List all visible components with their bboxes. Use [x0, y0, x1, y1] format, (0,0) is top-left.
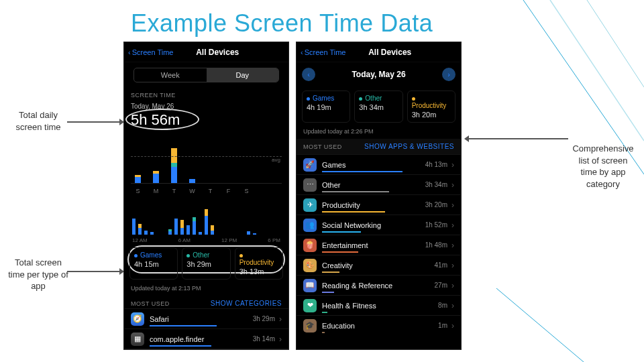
- cat-productivity[interactable]: Productivity3h 13m: [235, 247, 283, 280]
- chevron-left-icon: ‹: [128, 48, 131, 56]
- chevron-left-icon: ‹: [301, 48, 303, 56]
- category-list: 🚀Games4h 13m› ⋯Other3h 34m› ✈Productivit…: [297, 154, 461, 335]
- svg-line-1: [550, 0, 644, 141]
- slide-title: Example Screen Time Data: [131, 9, 433, 38]
- seg-week[interactable]: Week: [134, 68, 207, 82]
- most-used-header: MOST USED SHOW CATEGORIES: [124, 296, 288, 308]
- list-item[interactable]: ✈Productivity3h 20m›: [297, 194, 461, 215]
- most-used-list: 🧭Safari3h 29m› ▦com.apple.finder3h 14m› …: [124, 308, 288, 350]
- annotation-category-list: Comprehensive list of screen time by app…: [570, 143, 637, 190]
- annotation-total-daily: Total daily screen time: [8, 109, 68, 133]
- hour-labels: 12 AM6 AM12 PM6 PM: [131, 237, 282, 243]
- creativity-icon: 🎨: [303, 259, 317, 272]
- games-icon: 🚀: [303, 158, 317, 172]
- seg-day[interactable]: Day: [207, 68, 279, 82]
- app-icon: 🧭: [131, 312, 144, 326]
- list-item[interactable]: ▦com.apple.finder3h 14m›: [124, 328, 288, 349]
- cat-other[interactable]: Other3h 29m: [182, 247, 230, 280]
- nav-title: All Devices: [150, 48, 284, 57]
- date-label: Today, May 26: [124, 100, 288, 110]
- app-icon: ▦: [131, 333, 144, 346]
- nav-title: All Devices: [323, 48, 457, 57]
- week-day-segment[interactable]: Week Day: [133, 68, 279, 82]
- updated-label: Updated today at 2:26 PM: [297, 124, 461, 139]
- cat-other[interactable]: Other3h 34m: [354, 90, 402, 123]
- social-icon: 👥: [303, 219, 317, 232]
- list-item[interactable]: 🍿Entertainment1h 48m›: [297, 235, 461, 255]
- list-item[interactable]: ❤Health & Fitness8m›: [297, 295, 461, 315]
- chevron-right-icon: ›: [451, 281, 454, 290]
- list-item[interactable]: 🎨Creativity41m›: [297, 255, 461, 275]
- list-item[interactable]: 👥Social Networking1h 52m›: [297, 215, 461, 235]
- svg-line-3: [496, 288, 584, 362]
- chevron-right-icon: ›: [451, 200, 454, 210]
- cat-productivity[interactable]: Productivity3h 20m: [407, 90, 455, 123]
- day-labels: SMTWTFS: [131, 188, 282, 194]
- cat-games[interactable]: Games4h 19m: [302, 90, 350, 123]
- chevron-right-icon: ›: [451, 241, 454, 250]
- chevron-right-icon: ›: [451, 160, 454, 170]
- avg-line: avg: [131, 156, 282, 163]
- chevron-right-icon: ›: [279, 314, 282, 324]
- list-item[interactable]: 🧭Safari3h 29m›: [124, 308, 288, 328]
- svg-line-2: [587, 0, 644, 87]
- total-time: 5h 56m: [124, 110, 288, 133]
- chevron-left-icon: ‹: [307, 70, 310, 78]
- date-label: Today, May 26: [352, 70, 405, 79]
- entertainment-icon: 🍿: [303, 239, 317, 252]
- chevron-right-icon: ›: [447, 70, 450, 78]
- list-item[interactable]: 🚀Games4h 13m›: [297, 154, 461, 174]
- health-icon: ❤: [303, 299, 317, 312]
- section-screen-time: SCREEN TIME: [124, 88, 288, 100]
- show-categories-link[interactable]: SHOW CATEGORIES: [211, 300, 282, 307]
- list-item[interactable]: 🎓Education1m›: [297, 315, 461, 335]
- phone-right: ‹Screen Time All Devices ‹ Today, May 26…: [296, 42, 462, 350]
- list-item[interactable]: ▦com.getdropbox.dropbox1h 13m›: [124, 349, 288, 350]
- prev-day-button[interactable]: ‹: [302, 68, 315, 81]
- annotation-per-type: Total screen time per type of app: [8, 257, 68, 292]
- chevron-right-icon: ›: [279, 335, 282, 344]
- weekly-chart: avg: [131, 135, 282, 184]
- show-apps-link[interactable]: SHOW APPS & WEBSITES: [364, 143, 454, 150]
- chevron-right-icon: ›: [451, 221, 454, 230]
- phone-left: ‹Screen Time All Devices Week Day SCREEN…: [123, 42, 289, 350]
- cat-games[interactable]: Games4h 15m: [129, 247, 178, 280]
- chevron-right-icon: ›: [451, 261, 454, 270]
- chevron-right-icon: ›: [451, 321, 454, 330]
- chevron-right-icon: ›: [451, 180, 454, 190]
- updated-label: Updated today at 2:13 PM: [124, 281, 288, 296]
- list-item[interactable]: 📖Reading & Reference27m›: [297, 275, 461, 295]
- next-day-button[interactable]: ›: [442, 68, 455, 81]
- reading-icon: 📖: [303, 279, 317, 292]
- other-icon: ⋯: [303, 178, 317, 192]
- education-icon: 🎓: [303, 319, 317, 333]
- productivity-icon: ✈: [303, 198, 317, 212]
- hourly-chart: [131, 201, 282, 235]
- most-used-label: MOST USED: [303, 143, 342, 150]
- list-item[interactable]: ⋯Other3h 34m›: [297, 174, 461, 194]
- chevron-right-icon: ›: [451, 301, 454, 310]
